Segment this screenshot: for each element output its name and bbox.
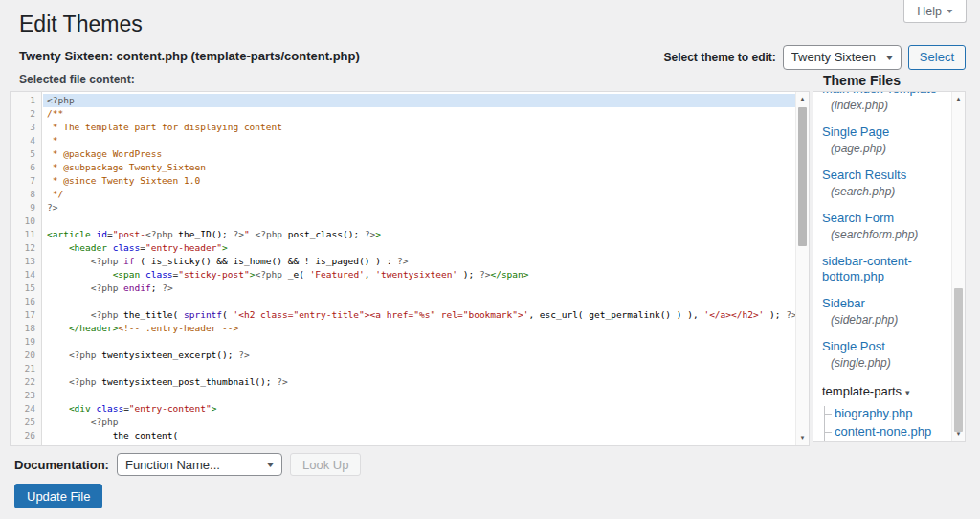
line-number: 4 <box>11 134 41 147</box>
theme-folder-toggle[interactable]: template-parts▾ <box>822 384 952 400</box>
select-theme-button[interactable]: Select <box>908 45 966 70</box>
selected-file-content-label: Selected file content: <box>19 73 135 86</box>
line-number: 16 <box>11 295 41 308</box>
code-line: <?php <box>43 94 795 107</box>
line-number: 18 <box>11 322 41 335</box>
code-editor: 1234567891011121314151617181920212223242… <box>10 91 810 446</box>
line-number-gutter: 1234567891011121314151617181920212223242… <box>11 92 42 445</box>
select-theme-label: Select theme to edit: <box>664 51 776 64</box>
line-number: 6 <box>11 161 41 174</box>
line-number: 26 <box>11 429 41 442</box>
code-line: sprintf( <box>43 442 795 445</box>
scroll-down-icon[interactable]: ▼ <box>952 428 965 440</box>
line-number: 12 <box>11 241 41 255</box>
theme-select[interactable]: Twenty Sixteen <box>783 45 902 70</box>
theme-file-link[interactable]: Main Index Template <box>822 92 952 97</box>
line-number: 9 <box>11 201 41 214</box>
code-line <box>43 362 795 375</box>
code-line: <?php twentysixteen_excerpt(); ?> <box>43 349 795 362</box>
theme-file-link[interactable]: Sidebar <box>822 296 952 311</box>
code-line: * @since Twenty Sixteen 1.0 <box>43 174 795 188</box>
theme-file-link[interactable]: Search Form <box>822 211 952 226</box>
line-number: 2 <box>11 107 41 121</box>
line-number: 1 <box>11 94 41 107</box>
theme-file-filename: (sidebar.php) <box>822 313 952 327</box>
update-file-button[interactable]: Update File <box>14 484 102 508</box>
files-scrollbar[interactable]: ▲ ▼ <box>951 92 965 441</box>
theme-file-link[interactable]: Search Results <box>822 168 952 183</box>
line-number: 11 <box>11 228 41 241</box>
line-number: 19 <box>11 335 41 349</box>
line-number: 27 <box>11 442 41 445</box>
documentation-select[interactable]: Function Name... <box>117 453 282 476</box>
chevron-down-icon: ▼ <box>946 8 955 14</box>
code-line: <div class="entry-content"> <box>43 402 795 416</box>
folder-name: template-parts <box>822 384 902 398</box>
folder-children: biography.phpcontent-none.phpcontent-pag… <box>824 406 952 441</box>
code-line: * The template part for displaying conte… <box>43 121 795 134</box>
code-line: * @subpackage Twenty_Sixteen <box>43 161 795 174</box>
scroll-up-icon[interactable]: ▲ <box>796 93 809 105</box>
code-line: <article id="post-<?php the_ID(); ?>" <?… <box>43 228 795 241</box>
edit-themes-page: Help ▼ Edit Themes Twenty Sixteen: conte… <box>0 0 980 519</box>
folder-open-icon: ▾ <box>905 388 910 397</box>
file-breadcrumb: Twenty Sixteen: content.php (template-pa… <box>19 49 360 63</box>
code-line: <?php endif; ?> <box>43 282 795 295</box>
code-line: <?php the_title( sprintf( '<h2 class="en… <box>43 308 795 322</box>
code-line: <header class="entry-header"> <box>43 241 795 255</box>
code-line: * @package WordPress <box>43 147 795 161</box>
code-content[interactable]: <?php/** * The template part for display… <box>43 92 795 445</box>
code-line: <?php <box>43 416 795 429</box>
help-label: Help <box>917 5 942 18</box>
files-scrollbar-thumb[interactable] <box>954 288 963 432</box>
theme-file-filename: (index.php) <box>822 99 952 113</box>
line-number: 7 <box>11 174 41 188</box>
theme-files-panel: Main Index Template(index.php)Single Pag… <box>813 91 966 442</box>
line-number: 8 <box>11 188 41 201</box>
line-number: 24 <box>11 402 41 416</box>
code-line: */ <box>43 188 795 201</box>
code-line <box>43 335 795 349</box>
line-number: 13 <box>11 255 41 268</box>
theme-file-filename: (search.php) <box>822 185 952 199</box>
theme-file-link[interactable]: biography.php <box>825 406 952 421</box>
theme-file-link[interactable]: Single Page <box>822 124 952 140</box>
code-line: <span class="sticky-post"><?php _e( 'Fea… <box>43 268 795 282</box>
theme-select-wrapper: Twenty Sixteen ▼ <box>783 45 902 70</box>
code-line <box>43 389 795 402</box>
line-number: 15 <box>11 282 41 295</box>
code-line: </header><!-- .entry-header --> <box>43 322 795 335</box>
editor-scrollbar[interactable]: ▲ ▼ <box>795 92 809 445</box>
theme-file-filename: (page.php) <box>822 142 952 156</box>
code-line: ?> <box>43 201 795 214</box>
line-number: 17 <box>11 308 41 322</box>
code-line: the_content( <box>43 429 795 442</box>
line-number: 3 <box>11 121 41 134</box>
line-number: 25 <box>11 416 41 429</box>
documentation-row: Documentation: Function Name... ▼ Look U… <box>14 453 361 476</box>
theme-file-link[interactable]: sidebar-content-bottom.php <box>822 254 952 284</box>
line-number: 23 <box>11 389 41 402</box>
theme-file-filename: (searchform.php) <box>822 228 952 242</box>
theme-file-filename: (single.php) <box>822 356 952 371</box>
theme-file-link[interactable]: Single Post <box>822 339 952 354</box>
scroll-down-icon[interactable]: ▼ <box>796 432 809 444</box>
code-line: /** <box>43 107 795 121</box>
theme-files-heading: Theme Files <box>823 73 901 88</box>
theme-file-link[interactable]: content-none.php <box>825 424 952 440</box>
documentation-select-wrapper: Function Name... ▼ <box>117 453 282 476</box>
page-title: Edit Themes <box>19 11 143 37</box>
scroll-up-icon[interactable]: ▲ <box>952 93 965 105</box>
line-number: 10 <box>11 214 41 228</box>
look-up-button[interactable]: Look Up <box>290 453 361 476</box>
line-number: 5 <box>11 147 41 161</box>
help-button[interactable]: Help ▼ <box>903 0 967 23</box>
theme-select-row: Select theme to edit: Twenty Sixteen ▼ S… <box>664 44 967 70</box>
line-number: 21 <box>11 362 41 375</box>
documentation-label: Documentation: <box>14 458 109 472</box>
code-line <box>43 214 795 228</box>
editor-scrollbar-thumb[interactable] <box>798 107 807 246</box>
theme-files-list: Main Index Template(index.php)Single Pag… <box>813 92 952 441</box>
code-line <box>43 295 795 308</box>
code-line: <?php twentysixteen_post_thumbnail(); ?> <box>43 375 795 389</box>
